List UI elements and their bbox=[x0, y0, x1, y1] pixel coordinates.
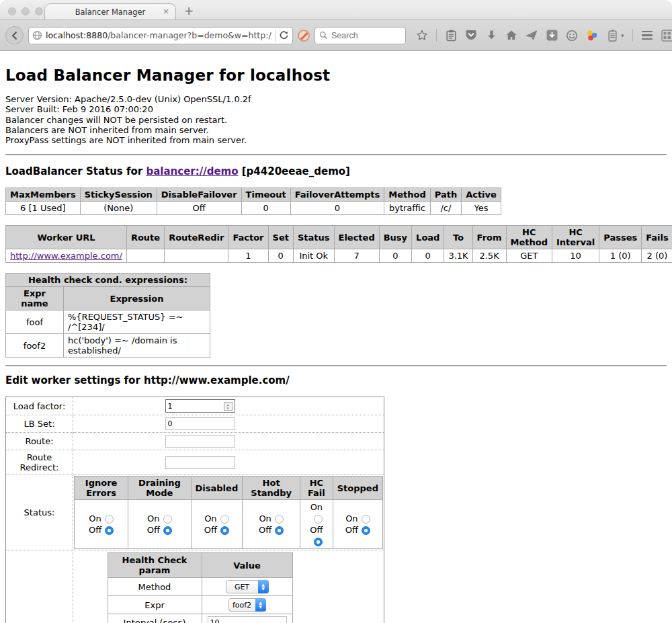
notice-persist: Balancer changes will NOT be persisted o… bbox=[5, 115, 667, 125]
edit-worker-heading: Edit worker settings for http://www.exam… bbox=[5, 374, 667, 386]
menu-icon[interactable] bbox=[641, 30, 653, 42]
worker-url-link[interactable]: http://www.example.com/ bbox=[10, 251, 122, 261]
column-header: Disabled bbox=[191, 476, 243, 500]
ignore-errors-off-radio[interactable] bbox=[105, 526, 114, 535]
back-icon bbox=[9, 30, 20, 41]
download-icon[interactable] bbox=[485, 30, 497, 42]
table-title: Health check cond. expressions: bbox=[6, 274, 210, 287]
tab-close-icon[interactable]: × bbox=[163, 7, 169, 16]
column-header: Expression bbox=[64, 287, 210, 310]
extension-download-icon[interactable] bbox=[546, 30, 558, 42]
new-tab-button[interactable]: + bbox=[184, 3, 194, 18]
zoom-window-icon[interactable] bbox=[35, 7, 43, 15]
column-header: Worker URL bbox=[6, 226, 127, 249]
column-header: Set bbox=[268, 226, 293, 249]
column-header: Load bbox=[412, 226, 444, 249]
table-row: 6 [1 Used] (None) Off 0 0 bytraffic /c/ … bbox=[6, 202, 501, 215]
disabled-on-radio[interactable] bbox=[220, 515, 229, 524]
table-row: foof %{REQUEST_STATUS} =~ /^[234]/ bbox=[6, 310, 210, 334]
globe-icon bbox=[32, 30, 42, 40]
search-bar[interactable] bbox=[314, 27, 406, 44]
column-header: Ignore Errors bbox=[75, 476, 128, 500]
tab-title: Balancer Manager bbox=[75, 7, 146, 17]
table-row: http://www.example.com/ 1 0 Init Ok 7 0 … bbox=[6, 249, 672, 263]
browser-window: Balancer Manager × + localhost:8880/bala… bbox=[0, 0, 672, 623]
status-label: Status: bbox=[6, 475, 73, 550]
notice-proxypass: ProxyPass settings are NOT inherited fro… bbox=[5, 135, 667, 145]
column-header: Timeout bbox=[241, 188, 290, 202]
url-input[interactable]: localhost:8880/balancer-manager?b=demo&w… bbox=[46, 30, 271, 40]
draining-mode-on-radio[interactable] bbox=[163, 515, 172, 524]
smiley-icon[interactable] bbox=[566, 30, 578, 42]
battery-icon[interactable] bbox=[606, 30, 618, 42]
column-header: Health Check param bbox=[108, 553, 202, 578]
column-header: StickySession bbox=[80, 188, 157, 202]
tab-grid-icon[interactable] bbox=[661, 30, 672, 42]
column-header: Route bbox=[126, 226, 164, 249]
lb-set-input[interactable] bbox=[165, 417, 235, 430]
ignore-errors-on-radio[interactable] bbox=[105, 515, 114, 524]
tab-balancer-manager[interactable]: Balancer Manager × bbox=[44, 3, 176, 19]
server-version: Server Version: Apache/2.5.0-dev (Unix) … bbox=[5, 94, 667, 104]
toolbar-icons: ▾ bbox=[416, 29, 672, 42]
number-spinner[interactable]: ▴▾ bbox=[224, 402, 233, 411]
divider bbox=[5, 154, 667, 155]
route-input[interactable] bbox=[165, 435, 235, 448]
toolbar-divider bbox=[436, 29, 437, 42]
urlbar-divider bbox=[275, 30, 276, 42]
star-icon[interactable] bbox=[416, 30, 428, 42]
column-header: HC Fail bbox=[300, 476, 333, 500]
health-check-expressions-table: Health check cond. expressions: Expr nam… bbox=[5, 273, 210, 358]
column-header: Value bbox=[202, 553, 292, 578]
column-header: Elected bbox=[334, 226, 379, 249]
method-label: Method bbox=[108, 578, 202, 596]
expr-label: Expr bbox=[108, 596, 202, 614]
route-label: Route: bbox=[6, 433, 73, 450]
send-icon[interactable] bbox=[526, 30, 538, 42]
loadbalancer-status-heading: LoadBalancer Status for balancer://demo … bbox=[5, 165, 667, 177]
toolbar-divider bbox=[632, 29, 633, 42]
column-header: Expr name bbox=[6, 287, 64, 310]
url-bar[interactable]: localhost:8880/balancer-manager?b=demo&w… bbox=[28, 27, 293, 44]
select-stepper-icon: ▲▼ bbox=[255, 598, 266, 612]
stopped-on-radio[interactable] bbox=[362, 515, 370, 524]
worker-status-table: Worker URL Route RouteRedir Factor Set S… bbox=[5, 225, 672, 263]
clipboard-icon[interactable] bbox=[445, 30, 457, 42]
route-redirect-input[interactable] bbox=[165, 456, 235, 469]
search-input[interactable] bbox=[331, 31, 392, 40]
route-redirect-label: Route Redirect: bbox=[6, 450, 73, 475]
back-button[interactable] bbox=[5, 26, 24, 44]
pocket-icon[interactable] bbox=[465, 30, 477, 42]
draining-mode-off-radio[interactable] bbox=[163, 526, 172, 535]
column-header: MaxMembers bbox=[6, 188, 81, 202]
reload-icon[interactable] bbox=[279, 30, 289, 40]
column-header: Path bbox=[430, 188, 461, 202]
home-icon[interactable] bbox=[505, 30, 517, 42]
stopped-off-radio[interactable] bbox=[362, 526, 370, 535]
table-row: foof2 hc('body') =~ /domain is establish… bbox=[6, 334, 210, 358]
expr-select[interactable]: foof2▲▼ bbox=[228, 598, 266, 612]
hc-fail-on-radio[interactable] bbox=[314, 515, 323, 524]
column-header: FailoverAttempts bbox=[290, 188, 384, 202]
interval-input[interactable] bbox=[208, 616, 287, 623]
hc-fail-off-radio[interactable] bbox=[314, 538, 323, 546]
column-header: DisableFailover bbox=[157, 188, 241, 202]
colored-dots-icon[interactable] bbox=[586, 30, 598, 42]
column-header: Active bbox=[462, 188, 501, 202]
overflow-caret-icon[interactable]: ▾ bbox=[621, 32, 624, 39]
method-select[interactable]: GET▲▼ bbox=[226, 580, 269, 593]
column-header: From bbox=[472, 226, 506, 249]
blocked-icon[interactable] bbox=[298, 30, 310, 42]
minimize-window-icon[interactable] bbox=[22, 7, 30, 15]
column-header: Status bbox=[293, 226, 334, 249]
navigation-toolbar: localhost:8880/balancer-manager?b=demo&w… bbox=[0, 20, 672, 51]
close-window-icon[interactable] bbox=[8, 7, 16, 15]
server-info: Server Version: Apache/2.5.0-dev (Unix) … bbox=[5, 94, 667, 145]
hot-standby-on-radio[interactable] bbox=[275, 515, 284, 524]
status-table: Ignore Errors Draining Mode Disabled Hot… bbox=[74, 476, 383, 549]
balancer-link[interactable]: balancer://demo bbox=[146, 165, 238, 177]
page-title: Load Balancer Manager for localhost bbox=[5, 51, 667, 84]
hot-standby-off-radio[interactable] bbox=[275, 526, 284, 535]
disabled-off-radio[interactable] bbox=[220, 526, 229, 535]
health-check-param-table: Health Check param Value Method GET▲▼ Ex… bbox=[108, 552, 293, 623]
